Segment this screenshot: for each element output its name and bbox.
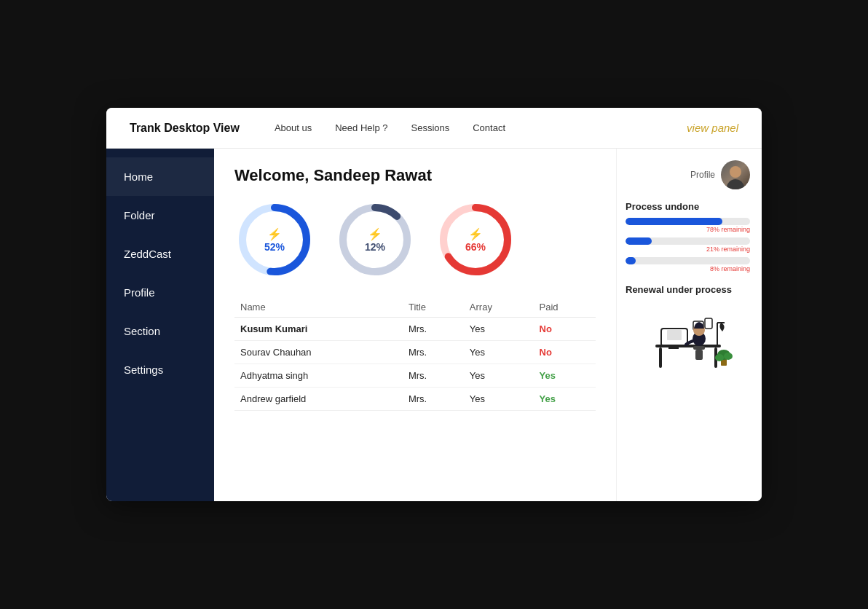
nav-about[interactable]: About us: [275, 122, 312, 133]
cell-name: Adhyatma singh: [234, 364, 403, 388]
progress-item: 8% remaining: [626, 257, 750, 272]
cell-paid: No: [534, 341, 596, 364]
renewal-title: Renewal under process: [626, 284, 750, 295]
svg-rect-20: [695, 350, 703, 360]
chart-1-label: 52%: [264, 241, 285, 253]
svg-rect-10: [667, 330, 682, 340]
col-name: Name: [234, 297, 403, 318]
sidebar: Home Folder ZeddCast Profile Section Set…: [106, 149, 214, 501]
progress-bar-bg: [626, 237, 750, 245]
chart-3: ⚡ 66%: [435, 200, 516, 280]
progress-bar-bg: [626, 218, 750, 225]
sidebar-item-zeddcast[interactable]: ZeddCast: [106, 235, 214, 273]
cell-paid: Yes: [534, 364, 596, 388]
sidebar-item-profile[interactable]: Profile: [106, 273, 214, 312]
sidebar-item-settings[interactable]: Settings: [106, 350, 214, 389]
profile-label: Profile: [690, 170, 715, 180]
sidebar-item-section[interactable]: Section: [106, 312, 214, 350]
progress-item: 78% remaining: [626, 218, 750, 233]
cell-title: Mrs.: [403, 341, 464, 364]
chart-2-label: 12%: [365, 241, 385, 253]
progress-bar-fill: [626, 218, 722, 225]
chart-3-label: 66%: [465, 241, 486, 253]
cell-title: Mrs.: [403, 364, 464, 388]
brand: Trank Desktop View: [130, 122, 240, 135]
svg-rect-12: [668, 347, 679, 349]
cell-array: Yes: [464, 341, 534, 364]
col-paid: Paid: [534, 297, 596, 318]
avatar-body: [727, 179, 744, 189]
main-content: Welcome, Sandeep Rawat ⚡ 52%: [214, 149, 616, 501]
nav-contact[interactable]: Contact: [473, 122, 505, 133]
view-panel-button[interactable]: view panel: [687, 122, 738, 134]
progress-bar-fill: [626, 257, 636, 264]
cell-title: Mrs.: [403, 318, 464, 341]
svg-point-23: [715, 354, 724, 361]
svg-rect-19: [693, 346, 705, 350]
cell-array: Yes: [464, 388, 534, 411]
renewal-section: Renewal under process: [626, 284, 750, 374]
progress-label: 78% remaining: [626, 226, 750, 233]
page-title: Welcome, Sandeep Rawat: [234, 166, 596, 185]
cell-array: Yes: [464, 364, 534, 388]
chart-3-icon: ⚡: [468, 227, 483, 241]
cell-name: Andrew garfield: [234, 388, 403, 411]
profile-section: Profile: [626, 160, 750, 189]
right-panel: Profile Process undone 78% remaining: [616, 149, 762, 501]
progress-group: 78% remaining 21% remaining 8% remaining: [626, 218, 750, 272]
navbar: Trank Desktop View About us Need Help ? …: [106, 108, 762, 149]
cell-paid: No: [534, 318, 596, 341]
table-row: Sourav Chauhan Mrs. Yes No: [234, 341, 596, 364]
chart-1: ⚡ 52%: [234, 200, 315, 280]
progress-bar-bg: [626, 257, 750, 264]
process-title: Process undone: [626, 201, 750, 212]
cell-name: Sourav Chauhan: [234, 341, 403, 364]
process-section: Process undone 78% remaining 21% remaini…: [626, 201, 750, 272]
table-row: Andrew garfield Mrs. Yes Yes: [234, 388, 596, 411]
navbar-links: About us Need Help ? Sessions Contact: [275, 122, 687, 133]
renewal-illustration: [626, 301, 750, 374]
main-layout: Home Folder ZeddCast Profile Section Set…: [106, 149, 762, 501]
app-window: Trank Desktop View About us Need Help ? …: [106, 108, 762, 501]
table-row: Kusum Kumari Mrs. Yes No: [234, 318, 596, 341]
col-array: Array: [464, 297, 534, 318]
nav-sessions[interactable]: Sessions: [411, 122, 449, 133]
col-title: Title: [403, 297, 464, 318]
chart-2-icon: ⚡: [368, 227, 382, 241]
nav-help[interactable]: Need Help ?: [335, 122, 387, 133]
data-table: Name Title Array Paid Kusum Kumari Mrs. …: [234, 297, 596, 411]
progress-label: 8% remaining: [626, 265, 750, 272]
cell-title: Mrs.: [403, 388, 464, 411]
table-row: Adhyatma singh Mrs. Yes Yes: [234, 364, 596, 388]
avatar: [721, 160, 750, 189]
cell-paid: Yes: [534, 388, 596, 411]
chart-2: ⚡ 12%: [335, 200, 415, 280]
sidebar-item-home[interactable]: Home: [106, 157, 214, 196]
svg-rect-7: [659, 347, 662, 368]
progress-item: 21% remaining: [626, 237, 750, 253]
svg-point-24: [724, 353, 733, 360]
avatar-head: [730, 166, 741, 178]
progress-label: 21% remaining: [626, 245, 750, 253]
chart-1-icon: ⚡: [267, 227, 282, 241]
progress-bar-fill: [626, 237, 652, 245]
sidebar-item-folder[interactable]: Folder: [106, 196, 214, 235]
cell-name: Kusum Kumari: [234, 318, 403, 341]
cell-array: Yes: [464, 318, 534, 341]
svg-rect-14: [705, 318, 712, 329]
charts-row: ⚡ 52% ⚡ 12%: [234, 200, 596, 280]
